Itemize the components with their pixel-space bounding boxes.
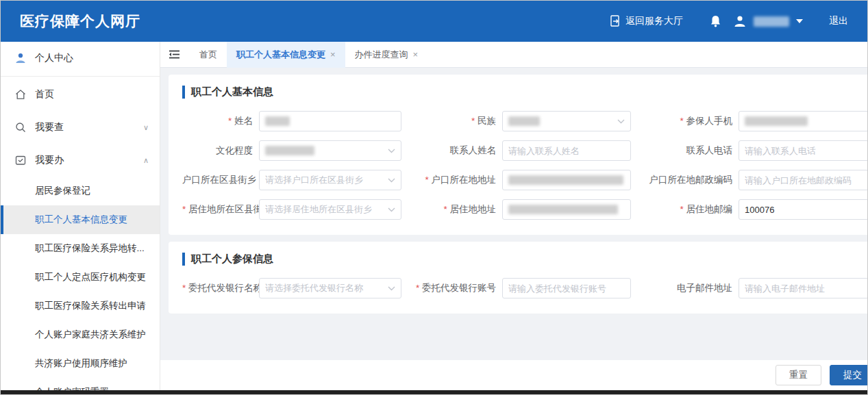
caret-down-icon (796, 19, 803, 23)
sidebar-item-home[interactable]: 首页 (1, 78, 160, 111)
masked-value (745, 116, 808, 126)
select-chevron-icon (388, 207, 395, 212)
field-contact-phone: 联系人电话 (634, 140, 868, 161)
sidebar-subitem-family-mutual-aid[interactable]: 个人账户家庭共济关系维护 (1, 320, 160, 349)
field-label: 户口所在区县街乡 (182, 174, 259, 186)
logout-button[interactable]: 退出 (829, 15, 848, 27)
field-bank-account: 委托代发银行账号 (403, 278, 634, 298)
tab-close-icon[interactable]: × (413, 49, 419, 60)
reset-button[interactable]: 重置 (776, 365, 821, 385)
tab-label: 职工个人基本信息变更 (236, 49, 325, 61)
user-name-masked (754, 16, 789, 27)
select-chevron-icon (388, 178, 395, 183)
contact-name-input[interactable] (502, 140, 631, 161)
logout-label: 退出 (829, 15, 848, 27)
main-area: 首页 职工个人基本信息变更 × 办件进度查询 × 职工个人基本信息 (160, 42, 868, 390)
sidebar-item-handle[interactable]: 我要办 ∧ (1, 144, 160, 177)
field-residence-postcode: 居住地邮编 (634, 199, 868, 220)
education-level-select[interactable] (259, 140, 401, 161)
form-row: 文化程度 联系人姓名 联系人电话 (182, 140, 868, 161)
field-contact-name: 联系人姓名 (403, 140, 634, 161)
field-label: 民族 (403, 115, 502, 127)
field-label: 委托代发银行账号 (403, 282, 502, 294)
form-content: 职工个人基本信息 姓名 民族 (160, 68, 868, 360)
tab-home[interactable]: 首页 (190, 42, 227, 68)
section-title: 职工个人参保信息 (182, 253, 868, 266)
tab-bar: 首页 职工个人基本信息变更 × 办件进度查询 × (160, 42, 868, 68)
field-label: 户口所在地地址 (403, 174, 502, 186)
user-avatar-icon (733, 14, 747, 28)
masked-value (508, 116, 540, 126)
hukou-district-select[interactable]: 请选择户口所在区县街乡 (259, 170, 401, 190)
field-label: 联系人电话 (634, 144, 739, 157)
hukou-postcode-input[interactable] (739, 170, 868, 190)
email-input[interactable] (739, 278, 868, 298)
field-residence-district: 居住地所在区县街乡 请选择居住地所在区县街乡 (182, 199, 403, 220)
app-window: 医疗保障个人网厅 返回服务大厅 (0, 0, 868, 395)
insured-phone-input[interactable] (739, 111, 868, 131)
ethnicity-select[interactable] (502, 111, 631, 131)
chevron-up-icon: ∧ (143, 156, 149, 165)
user-menu[interactable] (733, 14, 803, 28)
hukou-address-input[interactable] (502, 170, 631, 190)
form-actions: 重置 提交 (160, 360, 868, 390)
field-label: 居住地所在区县街乡 (182, 203, 259, 216)
sidebar-subitem-insurance-relation-transfer-out[interactable]: 职工医疗保险关系转出申请 (1, 292, 160, 320)
field-hukou-address: 户口所在地地址 (403, 170, 634, 190)
bell-icon (709, 14, 722, 28)
field-hukou-postcode: 户口所在地邮政编码 (634, 170, 868, 190)
form-row: 户口所在区县街乡 请选择户口所在区县街乡 户口所在地地址 户口所在地邮政编码 (182, 170, 868, 190)
select-placeholder: 请选择委托代发银行名称 (265, 282, 388, 294)
sidebar-item-label: 我要查 (35, 121, 143, 133)
form-row: 委托代发银行名称 请选择委托代发银行名称 委托代发银行账号 电子邮件地址 (182, 278, 868, 298)
tab-progress-query[interactable]: 办件进度查询 × (345, 42, 428, 68)
search-icon (14, 121, 27, 133)
sidebar-item-personal-center[interactable]: 个人中心 (1, 42, 160, 75)
sidebar-item-query[interactable]: 我要查 ∨ (1, 111, 160, 144)
select-chevron-icon (388, 149, 395, 153)
sidebar: 个人中心 首页 我要查 ∨ (1, 42, 160, 390)
tab-employee-basic-info-change[interactable]: 职工个人基本信息变更 × (227, 42, 345, 68)
app-title: 医疗保障个人网厅 (20, 12, 140, 31)
menu-fold-icon[interactable] (169, 49, 180, 60)
home-icon (14, 88, 27, 101)
field-bank-name: 委托代发银行名称 请选择委托代发银行名称 (182, 278, 403, 298)
field-label: 委托代发银行名称 (182, 282, 259, 294)
field-education-level: 文化程度 (182, 140, 403, 161)
section-title: 职工个人基本信息 (182, 86, 868, 99)
header-actions: 返回服务大厅 退出 (610, 14, 848, 28)
document-exit-icon (610, 15, 621, 27)
sidebar-subitem-designated-hospital-change[interactable]: 职工个人定点医疗机构变更 (1, 263, 160, 292)
contact-phone-input[interactable] (739, 140, 868, 161)
sidebar-subitem-employee-basic-info-change[interactable]: 职工个人基本信息变更 (1, 205, 160, 234)
field-label: 居住地邮编 (634, 203, 739, 216)
residence-district-select[interactable]: 请选择居住地所在区县街乡 (259, 199, 401, 220)
notifications-button[interactable] (709, 14, 722, 28)
field-label: 姓名 (182, 115, 259, 127)
masked-value (265, 146, 314, 155)
residence-address-input[interactable] (502, 199, 631, 220)
section-insurance-info: 职工个人参保信息 委托代发银行名称 请选择委托代发银行名称 委托代发银行账号 (169, 242, 868, 314)
masked-value (265, 116, 290, 126)
sidebar-subitem-mutual-account-order[interactable]: 共济账户使用顺序维护 (1, 349, 160, 378)
window-bottom-edge (1, 390, 867, 394)
sidebar-subitem-account-password-reset[interactable]: 个人账户密码重置 (1, 378, 160, 390)
app-header: 医疗保障个人网厅 返回服务大厅 (1, 1, 867, 42)
submit-button[interactable]: 提交 (830, 365, 868, 385)
select-placeholder: 请选择户口所在区县街乡 (265, 174, 388, 186)
field-label: 文化程度 (182, 144, 259, 157)
bank-account-input[interactable] (502, 278, 631, 298)
tab-close-icon[interactable]: × (330, 49, 336, 60)
sidebar-item-label: 首页 (35, 88, 149, 101)
field-hukou-district: 户口所在区县街乡 请选择户口所在区县街乡 (182, 170, 403, 190)
bank-name-select[interactable]: 请选择委托代发银行名称 (259, 278, 401, 298)
sidebar-subitem-resident-registration[interactable]: 居民参保登记 (1, 177, 160, 205)
tab-label: 办件进度查询 (355, 49, 408, 61)
field-label: 居住地地址 (403, 203, 502, 216)
sidebar-item-label: 个人中心 (35, 52, 149, 64)
masked-value (508, 175, 623, 185)
return-hall-button[interactable]: 返回服务大厅 (610, 15, 683, 27)
name-input[interactable] (259, 111, 401, 131)
residence-postcode-input[interactable] (739, 199, 868, 220)
sidebar-subitem-insurance-relation-transfer-remote[interactable]: 职工医疗保险关系异地转... (1, 234, 160, 263)
